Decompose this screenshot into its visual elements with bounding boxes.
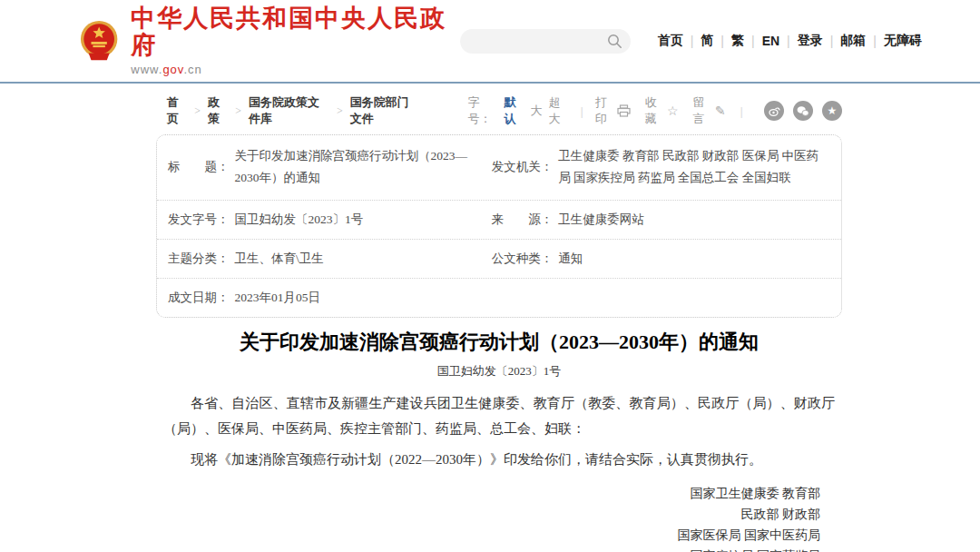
nav-link-login[interactable]: 登录 [798,33,823,49]
weibo-icon [769,105,780,117]
meta-cell-topic: 主题分类： 卫生、体育\卫生 [168,248,492,270]
top-nav: 首页|简|繁|EN|登录|邮箱|无障碍 [658,33,922,49]
divider: | [568,104,594,118]
star-icon: ☆ [667,104,679,118]
star-circle-icon: ★ [828,105,838,116]
comment-button[interactable]: 留言 ✎ [692,94,725,127]
meta-cell-empty [492,287,828,309]
nav-link-home[interactable]: 首页 [658,33,683,49]
font-size-large[interactable]: 大 [530,103,542,119]
meta-row: 发文字号： 国卫妇幼发〔2023〕1号 来 源： 卫生健康委网站 [157,200,841,239]
pencil-icon: ✎ [715,104,726,118]
wechat-icon [797,105,809,117]
toolbar: 首页 > 政策 > 国务院政策文件库 > 国务院部门文件 字号： 默认 大 超大… [156,84,842,133]
nav-link-mail[interactable]: 邮箱 [840,33,866,49]
meta-row: 主题分类： 卫生、体育\卫生 公文种类： 通知 [157,239,841,278]
site-url[interactable]: www.gov.cn [131,63,460,76]
meta-value: 卫生、体育\卫生 [230,248,324,270]
meta-value: 关于印发加速消除宫颈癌行动计划（2023—2030年）的通知 [230,145,483,190]
breadcrumb-item-library[interactable]: 国务院政策文件库 [249,94,329,127]
print-button[interactable]: 打印 [595,94,631,127]
article-paragraph: 各省、自治区、直辖市及新疆生产建设兵团卫生健康委、教育厅（教委、教育局）、民政厅… [163,390,835,441]
national-emblem [80,19,118,63]
share-wechat-button[interactable] [793,101,813,121]
meta-cell-source: 来 源： 卫生健康委网站 [492,209,828,231]
article-paragraph: 现将《加速消除宫颈癌行动计划（2022—2030年）》印发给你们，请结合实际，认… [163,447,835,472]
nav-separator: | [823,34,841,48]
signature-line: 民政部 财政部 [163,504,820,525]
meta-cell-title: 标 题： 关于印发加速消除宫颈癌行动计划（2023—2030年）的通知 [168,145,492,190]
share-weibo-button[interactable] [764,101,784,121]
meta-cell-date: 成文日期： 2023年01月05日 [168,287,492,309]
meta-value: 国卫妇幼发〔2023〕1号 [230,209,364,231]
meta-value: 卫生健康委 教育部 民政部 财政部 医保局 中医药局 国家疾控局 药监局 全国总… [553,145,828,190]
page-actions: 打印 收藏 ☆ 留言 ✎ [595,94,740,127]
article: 关于印发加速消除宫颈癌行动计划（2023—2030年）的通知 国卫妇幼发〔202… [156,329,842,552]
nav-link-english[interactable]: EN [762,34,779,48]
chevron-right-icon: > [228,104,249,118]
meta-label: 公文种类： [492,251,554,267]
search-icon[interactable] [607,34,622,49]
breadcrumb: 首页 > 政策 > 国务院政策文件库 > 国务院部门文件 [167,94,421,127]
search-box [460,29,631,54]
breadcrumb-item-policy[interactable]: 政策 [208,94,228,127]
nav-link-traditional[interactable]: 繁 [731,33,744,49]
share-favorite-button[interactable]: ★ [822,101,842,121]
signature-line: 国家疾控局 国家药监局 [163,546,820,552]
meta-row: 标 题： 关于印发加速消除宫颈癌行动计划（2023—2030年）的通知 发文机关… [157,135,841,200]
divider: | [740,104,755,118]
article-body: 各省、自治区、直辖市及新疆生产建设兵团卫生健康委、教育厅（教委、教育局）、民政厅… [156,390,842,552]
printer-icon [617,104,631,117]
font-size-label: 字号： [468,94,498,127]
nav-link-simplified[interactable]: 简 [701,33,713,49]
meta-label: 主题分类： [168,251,230,267]
meta-value: 卫生健康委网站 [553,209,644,231]
meta-label: 成文日期： [168,290,230,306]
nav-separator: | [744,34,762,48]
document-meta-table: 标 题： 关于印发加速消除宫颈癌行动计划（2023—2030年）的通知 发文机关… [156,134,842,318]
site-logo[interactable]: 中华人民共和国中央人民政府 www.gov.cn [80,5,460,76]
nav-separator: | [779,34,798,48]
font-size-control: 字号： 默认 大 超大 [468,94,569,127]
signature-line: 国家卫生健康委 教育部 [163,483,820,504]
meta-cell-doc-no: 发文字号： 国卫妇幼发〔2023〕1号 [168,209,492,231]
favorite-button[interactable]: 收藏 ☆ [645,94,679,127]
meta-value: 通知 [553,248,583,270]
meta-value: 2023年01月05日 [230,287,321,309]
site-title: 中华人民共和国中央人民政府 [131,5,460,59]
main-content: 首页 > 政策 > 国务院政策文件库 > 国务院部门文件 字号： 默认 大 超大… [156,84,842,552]
meta-label: 来 源： [492,212,554,228]
font-size-xlarge[interactable]: 超大 [548,94,568,127]
nav-separator: | [713,34,731,48]
meta-cell-doc-type: 公文种类： 通知 [492,248,828,270]
site-header: 中华人民共和国中央人民政府 www.gov.cn 首页|简|繁|EN|登录|邮箱… [0,0,980,84]
meta-label: 发文机关： [492,159,554,175]
signature-line: 国家医保局 国家中医药局 [163,525,820,546]
meta-label: 发文字号： [168,212,230,228]
breadcrumb-item-department-docs[interactable]: 国务院部门文件 [350,94,421,127]
font-size-default[interactable]: 默认 [504,94,524,127]
breadcrumb-item-home[interactable]: 首页 [167,94,187,127]
share-buttons: ★ [755,101,842,121]
nav-separator: | [866,34,884,48]
nav-link-accessibility[interactable]: 无障碍 [884,33,922,49]
article-doc-number: 国卫妇幼发〔2023〕1号 [156,363,842,380]
meta-row: 成文日期： 2023年01月05日 [157,278,841,317]
search-input[interactable] [460,30,605,53]
meta-cell-agency: 发文机关： 卫生健康委 教育部 民政部 财政部 医保局 中医药局 国家疾控局 药… [492,145,828,190]
meta-label: 标 题： [168,159,230,175]
chevron-right-icon: > [187,104,208,118]
signature-block: 国家卫生健康委 教育部 民政部 财政部 国家医保局 国家中医药局 国家疾控局 国… [163,483,835,552]
chevron-right-icon: > [329,104,350,118]
nav-separator: | [683,34,701,48]
article-title: 关于印发加速消除宫颈癌行动计划（2023—2030年）的通知 [156,329,842,356]
